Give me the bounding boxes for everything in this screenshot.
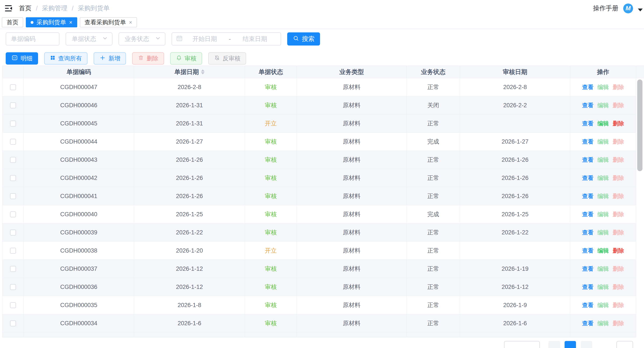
cell-checkbox: [2, 151, 24, 169]
biz-status-select[interactable]: 业务状态: [118, 32, 166, 46]
row-checkbox[interactable]: [10, 84, 16, 90]
delete-link[interactable]: 删除: [613, 319, 624, 327]
delete-link[interactable]: 删除: [613, 229, 624, 236]
delete-link[interactable]: 删除: [613, 120, 624, 127]
cell-empty: [570, 332, 636, 337]
cell-actions: 查看编辑删除: [570, 205, 636, 223]
审核-button[interactable]: 审核: [170, 52, 202, 65]
sort-icon[interactable]: [201, 69, 204, 74]
doc-status-select[interactable]: 单据状态: [66, 32, 112, 46]
view-link[interactable]: 查看: [582, 211, 594, 218]
view-link[interactable]: 查看: [582, 229, 594, 236]
edit-link[interactable]: 编辑: [598, 156, 609, 164]
row-checkbox[interactable]: [10, 139, 16, 145]
row-checkbox[interactable]: [10, 175, 16, 181]
tab-close-icon[interactable]: ×: [69, 20, 72, 25]
user-menu-caret-icon[interactable]: [638, 9, 643, 11]
row-checkbox[interactable]: [10, 157, 16, 163]
page-size-select[interactable]: [504, 341, 540, 348]
page-1-button-active[interactable]: [564, 341, 576, 348]
新增-button[interactable]: 新增: [94, 52, 126, 65]
row-checkbox[interactable]: [10, 230, 16, 235]
edit-link[interactable]: 编辑: [598, 138, 609, 146]
delete-link[interactable]: 删除: [613, 301, 624, 309]
反审核-button[interactable]: 反审核: [208, 52, 246, 65]
delete-link[interactable]: 删除: [613, 265, 624, 273]
delete-link[interactable]: 删除: [613, 192, 624, 200]
tab-首页[interactable]: 首页: [2, 17, 23, 27]
manual-link[interactable]: 操作手册: [593, 4, 618, 13]
page-2-button[interactable]: [581, 341, 592, 348]
biz-status-select-label: 业务状态: [125, 35, 149, 43]
view-link[interactable]: 查看: [582, 283, 594, 291]
edit-link[interactable]: 编辑: [598, 265, 609, 273]
delete-link[interactable]: 删除: [613, 174, 624, 182]
cell-actions: 查看编辑删除: [570, 78, 636, 96]
查询所有-button[interactable]: 查询所有: [44, 52, 88, 65]
start-date-field[interactable]: 开始日期: [183, 35, 226, 43]
delete-link[interactable]: 删除: [613, 156, 624, 164]
prev-page-button[interactable]: [548, 341, 560, 348]
orders-table: 单据编码单据日期单据状态业务类型业务状态审核日期操作 CGDH000047202…: [2, 66, 644, 337]
delete-link[interactable]: 删除: [613, 102, 624, 109]
delete-link[interactable]: 删除: [613, 83, 624, 91]
tab-查看采购到货单[interactable]: 查看采购到货单×: [80, 17, 137, 27]
row-checkbox[interactable]: [10, 248, 16, 254]
view-link[interactable]: 查看: [582, 83, 594, 91]
view-link[interactable]: 查看: [582, 138, 594, 146]
delete-link[interactable]: 删除: [613, 211, 624, 218]
vertical-scrollbar-thumb[interactable]: [637, 80, 642, 171]
edit-link[interactable]: 编辑: [598, 283, 609, 291]
row-checkbox[interactable]: [10, 320, 16, 326]
breadcrumb-home[interactable]: 首页: [19, 4, 32, 13]
edit-link[interactable]: 编辑: [598, 319, 609, 327]
edit-link[interactable]: 编辑: [598, 229, 609, 236]
menu-fold-icon[interactable]: [5, 5, 13, 12]
view-link[interactable]: 查看: [582, 102, 594, 109]
tab-close-icon[interactable]: ×: [129, 20, 132, 25]
view-link[interactable]: 查看: [582, 156, 594, 164]
edit-link[interactable]: 编辑: [598, 211, 609, 218]
search-button[interactable]: 搜索: [287, 32, 320, 46]
view-link[interactable]: 查看: [582, 174, 594, 182]
row-checkbox[interactable]: [10, 211, 16, 217]
edit-link[interactable]: 编辑: [598, 301, 609, 309]
button-label: 审核: [184, 55, 196, 62]
end-date-field[interactable]: 结束日期: [233, 35, 277, 43]
vertical-scrollbar-track[interactable]: [636, 78, 644, 337]
doc-code-input[interactable]: [6, 32, 60, 46]
date-range-picker[interactable]: 开始日期 - 结束日期: [172, 32, 281, 46]
view-link[interactable]: 查看: [582, 319, 594, 327]
view-link[interactable]: 查看: [582, 301, 594, 309]
view-link[interactable]: 查看: [582, 265, 594, 273]
edit-link[interactable]: 编辑: [598, 192, 609, 200]
edit-link[interactable]: 编辑: [598, 247, 609, 254]
header-cell-审核日期: 审核日期: [460, 66, 570, 78]
delete-link[interactable]: 删除: [613, 247, 624, 254]
删除-button[interactable]: 删除: [132, 52, 164, 65]
row-checkbox[interactable]: [10, 193, 16, 199]
view-link[interactable]: 查看: [582, 247, 594, 254]
header-cell-单据日期[interactable]: 单据日期: [134, 66, 245, 78]
delete-link[interactable]: 删除: [613, 138, 624, 146]
row-checkbox[interactable]: [10, 284, 16, 290]
edit-link[interactable]: 编辑: [598, 83, 609, 91]
tab-采购到货单[interactable]: 采购到货单×: [26, 17, 77, 27]
cell-doc-date: 2026-1-12: [134, 260, 245, 278]
row-checkbox[interactable]: [10, 266, 16, 272]
row-checkbox[interactable]: [10, 102, 16, 108]
cell-actions: 查看编辑删除: [570, 223, 636, 241]
view-link[interactable]: 查看: [582, 120, 594, 127]
row-checkbox[interactable]: [10, 302, 16, 308]
breadcrumb-purchase-mgmt[interactable]: 采购管理: [42, 4, 68, 13]
cell-audit-date: 2026-1-26: [460, 187, 570, 205]
edit-link[interactable]: 编辑: [598, 102, 609, 109]
明细-button[interactable]: 明细: [6, 52, 38, 65]
edit-link[interactable]: 编辑: [598, 120, 609, 127]
page-jump-input[interactable]: [616, 341, 633, 348]
edit-link[interactable]: 编辑: [598, 174, 609, 182]
avatar[interactable]: M: [623, 4, 633, 13]
delete-link[interactable]: 删除: [613, 283, 624, 291]
view-link[interactable]: 查看: [582, 192, 594, 200]
row-checkbox[interactable]: [10, 121, 16, 127]
